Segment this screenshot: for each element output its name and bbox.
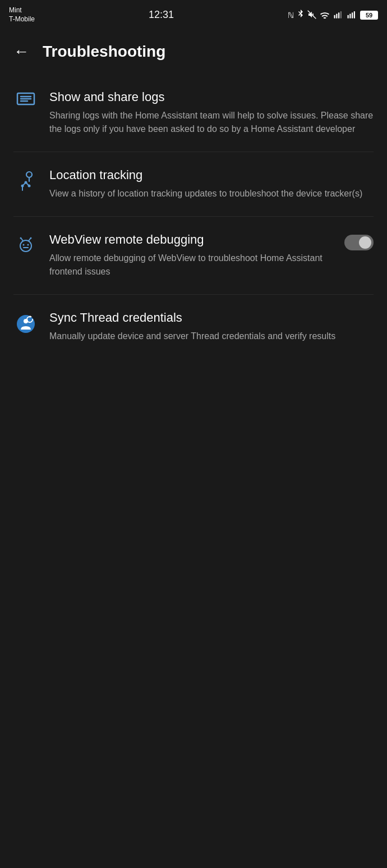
svg-rect-3 (338, 12, 339, 19)
logs-icon-container (13, 90, 38, 107)
carrier-label: Mint (9, 6, 35, 15)
svg-line-25 (29, 239, 30, 241)
svg-rect-1 (334, 15, 335, 18)
svg-rect-4 (340, 11, 342, 19)
status-time: 12:31 (149, 9, 174, 21)
svg-rect-5 (348, 15, 349, 18)
status-bar: Mint T-Mobile 12:31 ℕ (0, 0, 387, 29)
status-left: Mint T-Mobile (9, 6, 35, 24)
location-content: Location tracking View a history of loca… (49, 168, 374, 200)
logs-title: Show and share logs (49, 90, 374, 104)
mute-icon (307, 10, 316, 21)
location-item[interactable]: Location tracking View a history of loca… (0, 152, 387, 216)
location-title: Location tracking (49, 168, 374, 182)
page-title: Troubleshooting (43, 43, 165, 61)
logs-description: Sharing logs with the Home Assistant tea… (49, 109, 374, 136)
back-button[interactable]: ← (11, 40, 31, 63)
sync-item[interactable]: Sync Thread credentials Manually update … (0, 295, 387, 359)
svg-point-26 (30, 237, 32, 239)
sync-icon-container (13, 310, 38, 336)
svg-point-24 (20, 237, 22, 239)
webview-description: Allow remote debugging of WebView to tro… (49, 252, 333, 278)
location-icon (13, 169, 38, 194)
svg-point-20 (20, 240, 31, 252)
svg-line-23 (21, 239, 23, 241)
nfc-icon: ℕ (288, 11, 294, 20)
svg-rect-6 (349, 13, 351, 18)
location-description: View a history of location tracking upda… (49, 187, 374, 200)
logs-icon (16, 91, 35, 107)
sync-description: Manually update device and server Thread… (49, 330, 374, 343)
svg-rect-8 (354, 11, 355, 19)
webview-icon-container (13, 232, 38, 258)
debug-icon (13, 234, 38, 258)
wifi-icon (320, 11, 330, 20)
sync-content: Sync Thread credentials Manually update … (49, 310, 374, 343)
toggle-knob (359, 236, 371, 249)
status-right: ℕ (288, 10, 378, 21)
svg-rect-2 (336, 13, 337, 18)
webview-content: WebView remote debugging Allow remote de… (49, 232, 333, 278)
location-icon-container (13, 168, 38, 194)
svg-point-28 (17, 315, 35, 333)
bluetooth-icon (297, 10, 304, 21)
logs-content: Show and share logs Sharing logs with th… (49, 90, 374, 136)
signal2-icon (347, 11, 357, 20)
sync-icon (13, 312, 38, 336)
battery-icon: 59 (360, 11, 378, 20)
svg-point-13 (26, 172, 32, 177)
sync-title: Sync Thread credentials (49, 310, 374, 325)
webview-toggle-container (344, 232, 374, 250)
svg-rect-7 (352, 12, 353, 19)
webview-title: WebView remote debugging (49, 232, 333, 247)
signal-icon (333, 11, 343, 20)
page-header: ← Troubleshooting (0, 29, 387, 74)
svg-point-21 (23, 244, 25, 246)
svg-line-19 (26, 182, 29, 186)
logs-item[interactable]: Show and share logs Sharing logs with th… (0, 74, 387, 152)
webview-item[interactable]: WebView remote debugging Allow remote de… (0, 217, 387, 294)
svg-line-18 (22, 182, 26, 186)
network-label: T-Mobile (9, 15, 35, 24)
webview-debug-toggle[interactable] (344, 235, 374, 250)
svg-point-22 (27, 244, 29, 246)
